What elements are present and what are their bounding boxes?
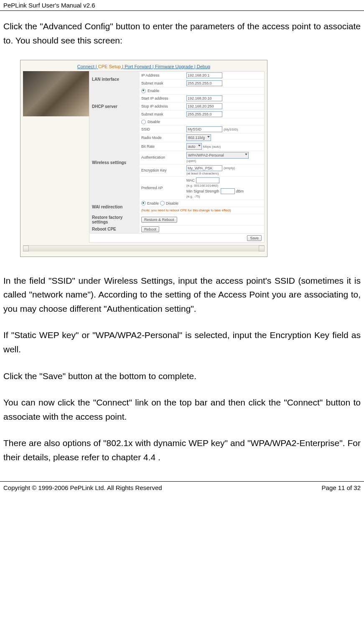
tab-cpe-setup[interactable]: CPE Setup bbox=[98, 64, 121, 69]
sidebar-photo bbox=[23, 71, 89, 116]
enc-note: (at least 8 characters) bbox=[186, 172, 235, 176]
bitrate-select[interactable]: auto bbox=[186, 143, 202, 150]
paragraph-3: If "Static WEP key" or "WPA/WPA2-Persona… bbox=[3, 328, 361, 356]
enc-hint: (empty) bbox=[224, 166, 235, 170]
pref-mac-eg: (e.g. 00116E1014A0) bbox=[186, 184, 244, 188]
ssid-input[interactable]: MySSID bbox=[186, 126, 222, 132]
ssid-label: SSID bbox=[140, 126, 185, 132]
enc-input[interactable]: My_WPA_PSK bbox=[186, 165, 222, 171]
paragraph-5: You can now click the "Connect" link on … bbox=[3, 395, 361, 423]
section-lan: LAN interface bbox=[89, 72, 140, 87]
save-button[interactable]: Save bbox=[247, 235, 262, 241]
wai-enable-label: Enable bbox=[147, 201, 159, 205]
tab-firmware-upgrade[interactable]: Firmware Upgrade bbox=[155, 64, 193, 69]
dhcp-enable-radio[interactable] bbox=[141, 89, 146, 93]
auth-label: Authentication bbox=[140, 154, 185, 160]
wai-disable-label: Disable bbox=[166, 201, 178, 205]
tab-debug[interactable]: Debug bbox=[197, 64, 210, 69]
paragraph-4: Click the "Save" button at the bottom to… bbox=[3, 369, 361, 383]
ssid-hint: (MySSID) bbox=[224, 128, 238, 131]
section-wai: WAI redirection bbox=[89, 200, 140, 214]
wai-enable-radio[interactable] bbox=[141, 201, 146, 205]
lan-mask-label: Subnet mask bbox=[140, 80, 185, 86]
lan-mask-input[interactable]: 255.255.255.0 bbox=[186, 80, 222, 86]
restore-reboot-button[interactable]: Restore & Reboot bbox=[141, 217, 177, 223]
bitrate-label: Bit Rate bbox=[140, 144, 185, 149]
pref-min-eg: (e.g. -75) bbox=[186, 195, 244, 199]
dhcp-mask-input[interactable]: 255.255.255.0 bbox=[186, 111, 222, 117]
wai-note: (Note: you need to reboot CPE for this c… bbox=[141, 208, 231, 212]
dhcp-stop-label: Stop IP address bbox=[140, 103, 185, 109]
pref-ap-label: Preferred AP bbox=[140, 185, 185, 191]
radio-mode-label: Radio Mode bbox=[140, 135, 185, 141]
pref-min-input[interactable] bbox=[221, 188, 235, 194]
footer-copyright: Copyright © 1999-2006 PePLink Ltd. All R… bbox=[3, 484, 162, 491]
dhcp-disable-label: Disable bbox=[148, 120, 160, 124]
pref-mac-label: MAC bbox=[186, 178, 195, 183]
footer-page: Page 11 of 32 bbox=[322, 484, 361, 491]
dhcp-mask-label: Subnet mask bbox=[140, 111, 185, 117]
doc-title: PePLink Surf User's Manual v2.6 bbox=[3, 2, 95, 9]
lan-ip-label: IP Address bbox=[140, 72, 185, 78]
bitrate-hint: Mbps (auto) bbox=[203, 145, 221, 149]
paragraph-2: In the field "SSID" under Wireless Setti… bbox=[3, 274, 361, 316]
wai-disable-radio[interactable] bbox=[160, 201, 165, 205]
pref-dbm-label: dBm bbox=[236, 189, 244, 194]
dhcp-disable-radio[interactable] bbox=[141, 120, 146, 124]
nav-tabs: Connect | CPE Setup | Port Forward | Fir… bbox=[23, 63, 265, 71]
dhcp-start-label: Start IP address bbox=[140, 95, 185, 101]
horizontal-scrollbar[interactable] bbox=[23, 245, 265, 251]
enc-label: Encryption Key bbox=[140, 167, 185, 173]
dhcp-stop-input[interactable]: 192.168.20.250 bbox=[186, 103, 222, 109]
dhcp-start-input[interactable]: 192.168.20.10 bbox=[186, 95, 222, 101]
auth-hint: (open) bbox=[186, 159, 249, 163]
radio-mode-select[interactable]: 802.11b/g bbox=[186, 134, 211, 141]
tab-connect[interactable]: Connect bbox=[77, 64, 94, 69]
pref-min-label: Min Signal Strength bbox=[186, 189, 219, 194]
reboot-button[interactable]: Reboot bbox=[141, 226, 159, 232]
section-reboot: Reboot CPE bbox=[89, 226, 140, 233]
section-wireless: Wireless settings bbox=[89, 126, 140, 199]
tab-port-forward[interactable]: Port Forward bbox=[125, 64, 151, 69]
section-dhcp: DHCP server bbox=[89, 87, 140, 125]
section-restore: Restore factory settings bbox=[89, 214, 140, 225]
pref-mac-input[interactable] bbox=[196, 177, 219, 183]
paragraph-6: There are also options of "802.1x with d… bbox=[3, 436, 361, 464]
auth-select[interactable]: WPA/WPA2-Personal bbox=[186, 152, 249, 159]
config-screenshot-figure: Connect | CPE Setup | Port Forward | Fir… bbox=[20, 60, 361, 257]
paragraph-1: Click the "Advanced Config" button to en… bbox=[3, 19, 361, 47]
dhcp-enable-label: Enable bbox=[148, 89, 159, 93]
lan-ip-input[interactable]: 192.168.20.1 bbox=[186, 72, 222, 78]
